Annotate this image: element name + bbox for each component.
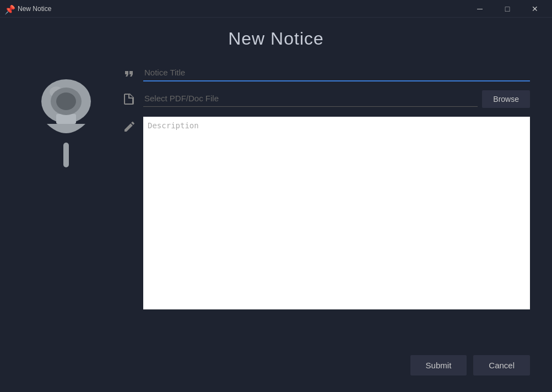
bottom-buttons: Submit Cancel: [22, 355, 530, 375]
app-icon: 📌: [4, 4, 13, 13]
file-input-wrapper: Browse: [143, 90, 530, 108]
fields-side: Browse: [121, 66, 530, 346]
titlebar-left: 📌 New Notice: [4, 4, 51, 13]
quote-icon: [121, 66, 137, 81]
submit-button[interactable]: Submit: [410, 355, 467, 375]
file-icon: [121, 91, 137, 107]
description-row: [121, 117, 530, 346]
titlebar-title: New Notice: [18, 5, 51, 13]
notice-title-row: [121, 66, 530, 81]
minimize-button[interactable]: ─: [467, 0, 493, 18]
notice-title-input[interactable]: [143, 66, 530, 81]
browse-button[interactable]: Browse: [482, 90, 530, 108]
pushpin-side: [22, 66, 110, 346]
edit-icon: [121, 117, 137, 132]
notice-title-wrapper: [143, 66, 530, 81]
main-content: New Notice: [0, 18, 552, 392]
cancel-button[interactable]: Cancel: [473, 355, 530, 375]
description-textarea[interactable]: [143, 117, 530, 309]
page-title: New Notice: [22, 29, 530, 49]
form-area: Browse: [22, 66, 530, 346]
titlebar-controls: ─ □ ✕: [467, 0, 548, 18]
svg-rect-2: [56, 114, 76, 124]
close-button[interactable]: ✕: [522, 0, 548, 18]
svg-rect-3: [63, 143, 69, 167]
pushpin-icon: [33, 71, 99, 170]
file-path-input[interactable]: [143, 91, 478, 107]
svg-point-6: [56, 92, 76, 110]
maximize-button[interactable]: □: [495, 0, 520, 18]
file-picker-row: Browse: [121, 90, 530, 108]
titlebar: 📌 New Notice ─ □ ✕: [0, 0, 552, 18]
